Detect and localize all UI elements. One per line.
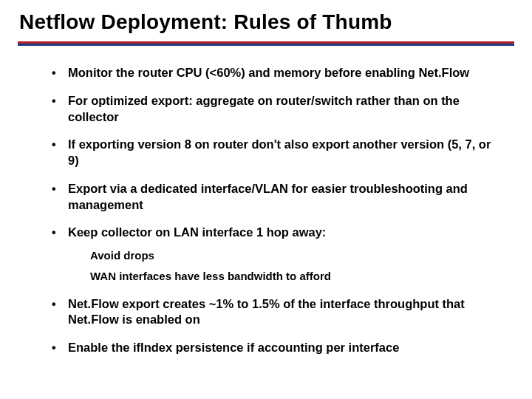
slide-body: Monitor the router CPU (<60%) and memory… xyxy=(18,61,514,356)
sub-list: Avoid drops WAN interfaces have less ban… xyxy=(68,248,499,284)
bullet-item: For optimized export: aggregate on route… xyxy=(52,93,499,126)
divider-blue xyxy=(18,44,514,46)
bullet-item: Keep collector on LAN interface 1 hop aw… xyxy=(52,225,499,284)
bullet-text: Keep collector on LAN interface 1 hop aw… xyxy=(68,225,326,239)
slide-title: Netflow Deployment: Rules of Thumb xyxy=(19,10,514,34)
bullet-item: Monitor the router CPU (<60%) and memory… xyxy=(52,65,499,81)
bullet-text: Net.Flow export creates ~1% to 1.5% of t… xyxy=(68,297,465,327)
bullet-item: If exporting version 8 on router don't a… xyxy=(52,137,499,169)
bullet-text: Export via a dedicated interface/VLAN fo… xyxy=(68,182,468,211)
sub-item: WAN interfaces have less bandwidth to af… xyxy=(90,269,499,284)
bullet-text: For optimized export: aggregate on route… xyxy=(68,94,460,123)
title-divider xyxy=(18,41,514,47)
bullet-text: If exporting version 8 on router don't a… xyxy=(68,137,491,167)
bullet-item: Net.Flow export creates ~1% to 1.5% of t… xyxy=(52,296,499,329)
bullet-text: Monitor the router CPU (<60%) and memory… xyxy=(68,66,469,79)
sub-item: Avoid drops xyxy=(90,248,499,263)
sub-text: Avoid drops xyxy=(90,249,154,262)
bullet-list: Monitor the router CPU (<60%) and memory… xyxy=(52,65,499,356)
sub-text: WAN interfaces have less bandwidth to af… xyxy=(90,270,331,282)
bullet-item: Export via a dedicated interface/VLAN fo… xyxy=(52,181,499,214)
slide: Netflow Deployment: Rules of Thumb Monit… xyxy=(0,0,532,399)
bullet-item: Enable the ifIndex persistence if accoun… xyxy=(52,340,499,356)
bullet-text: Enable the ifIndex persistence if accoun… xyxy=(68,341,399,354)
